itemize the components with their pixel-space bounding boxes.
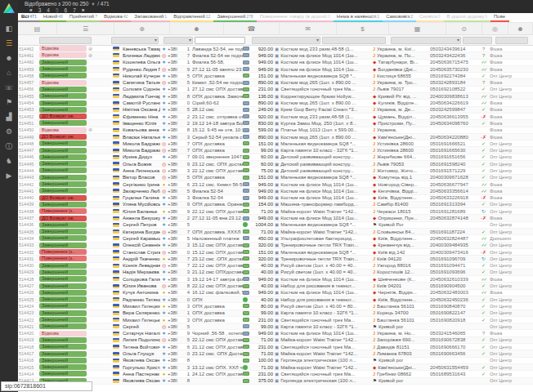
- call-status-icon[interactable]: ●: [163, 290, 166, 295]
- call-status-icon[interactable]: ∗: [162, 351, 166, 356]
- call-status-icon[interactable]: ●: [163, 304, 166, 309]
- call-status-icon[interactable]: ∗: [162, 310, 166, 315]
- tab-Повернення товару (в дорозі)[interactable]: Повернення товару (в дорозі)0: [257, 13, 334, 22]
- page-size-dropdown[interactable]: ▾: [92, 1, 94, 7]
- send-icon[interactable]: ⚑: [2, 96, 16, 108]
- column-contact-card-icon[interactable]: ▤: [18, 23, 57, 34]
- company-icon[interactable]: ⌂: [2, 67, 16, 78]
- column-basket-icon[interactable]: ▦: [389, 23, 446, 34]
- call-status-icon[interactable]: ∗: [162, 87, 166, 91]
- tab-Самовивіз[interactable]: Самовивіз2: [383, 13, 416, 22]
- info-icon[interactable]: ⓘ: [2, 140, 16, 152]
- column-manager-icon[interactable]: ☻: [508, 23, 533, 34]
- call-status-icon[interactable]: ◎: [162, 141, 166, 146]
- call-status-icon[interactable]: ●: [163, 256, 166, 261]
- call-status-icon[interactable]: ∗: [162, 114, 166, 119]
- call-status-icon[interactable]: ◎: [162, 175, 166, 180]
- tab-Завершений[interactable]: Завершений278: [213, 13, 256, 22]
- call-status-icon[interactable]: ∗: [162, 94, 166, 99]
- tab-В дорозі додому[interactable]: В дорозі додому0: [444, 13, 490, 22]
- tab-Сервіси[interactable]: Сервіси0: [416, 13, 444, 22]
- call-status-icon[interactable]: ∗: [162, 121, 166, 126]
- call-status-icon[interactable]: ∗: [162, 378, 166, 383]
- tab-Запакований[interactable]: Запакований1: [131, 13, 170, 22]
- tab-Відправлений[interactable]: Відправлений12: [170, 13, 213, 22]
- filter-region[interactable]: [391, 37, 461, 44]
- call-status-icon[interactable]: ●: [163, 182, 166, 187]
- tab-Новий[interactable]: Новий48: [40, 13, 66, 22]
- orders-icon[interactable]: ☰: [2, 38, 16, 49]
- column-tracking-icon[interactable]: ◎: [482, 23, 508, 34]
- page-button-3[interactable]: 3: [38, 7, 42, 13]
- call-status-icon[interactable]: ◎: [162, 229, 166, 234]
- games-icon[interactable]: ♞: [2, 155, 16, 167]
- call-status-icon[interactable]: ∗: [162, 297, 166, 302]
- call-status-icon[interactable]: ∗: [162, 74, 166, 78]
- call-status-icon[interactable]: ∗: [162, 243, 166, 247]
- call-status-icon[interactable]: ∗: [162, 236, 166, 241]
- stats-icon[interactable]: ▟: [2, 111, 16, 122]
- video-icon[interactable]: ▶: [2, 170, 16, 181]
- call-status-icon[interactable]: ◎: [162, 67, 166, 72]
- filter-tracking[interactable]: [463, 37, 492, 44]
- clients-icon[interactable]: ☻: [2, 52, 16, 64]
- tab-Прийнятий[interactable]: Прийнятий7: [66, 13, 101, 22]
- call-status-icon[interactable]: ∗: [162, 345, 166, 350]
- filter-status[interactable]: [39, 37, 92, 44]
- call-status-icon[interactable]: ◎: [162, 263, 166, 268]
- call-status-icon[interactable]: ◎: [162, 148, 166, 153]
- call-status-icon[interactable]: ◎: [162, 337, 166, 342]
- settings-icon[interactable]: ⚙: [2, 126, 16, 137]
- table-row[interactable]: 514413 Завершений Яковлева Оксана ∗ +38І…: [18, 378, 533, 385]
- call-status-icon[interactable]: ◎: [162, 53, 166, 58]
- call-status-icon[interactable]: ◎: [162, 283, 166, 288]
- first-page-button[interactable]: «: [29, 7, 33, 13]
- page-button-7[interactable]: 7: [73, 7, 76, 13]
- call-status-icon[interactable]: ∗: [162, 154, 166, 159]
- call-status-icon[interactable]: ◎: [162, 80, 166, 85]
- tab-Відмова[interactable]: Відмова42: [101, 13, 131, 22]
- column-people-icon[interactable]: ☻: [170, 23, 224, 34]
- call-status-icon[interactable]: ∗: [162, 100, 166, 105]
- call-status-icon[interactable]: ∗: [162, 127, 166, 132]
- call-status-icon[interactable]: ∗: [162, 216, 166, 220]
- call-status-icon[interactable]: ∗: [162, 365, 166, 370]
- column-phone-icon[interactable]: ☎: [224, 23, 280, 34]
- call-status-icon[interactable]: ◎: [162, 162, 166, 167]
- call-status-icon[interactable]: ∗: [162, 270, 166, 274]
- tab-Всі[interactable]: Всі471: [18, 13, 40, 22]
- filter-country[interactable]: [111, 37, 159, 44]
- column-location-icon[interactable]: ⊙: [446, 23, 482, 34]
- call-status-icon[interactable]: ∗: [162, 331, 166, 336]
- promo-icon[interactable]: ☏: [2, 82, 16, 93]
- call-status-icon[interactable]: ◎: [162, 250, 166, 255]
- last-page-button[interactable]: »: [82, 7, 85, 13]
- call-status-icon[interactable]: ∗: [162, 47, 166, 51]
- call-status-icon[interactable]: ●: [163, 372, 166, 376]
- filter-product[interactable]: [322, 37, 386, 44]
- tab-Пове[interactable]: Пове: [490, 13, 509, 22]
- column-money-icon[interactable]: $: [337, 23, 389, 34]
- call-status-icon[interactable]: ∗: [162, 277, 166, 282]
- column-list-icon[interactable]: ☰: [57, 23, 114, 34]
- call-status-icon[interactable]: ∗: [162, 135, 166, 140]
- call-status-icon[interactable]: ∗: [162, 195, 166, 200]
- call-status-icon[interactable]: ∗: [162, 222, 166, 227]
- filter-comment[interactable]: [252, 37, 320, 44]
- column-chat-icon[interactable]: ✉: [280, 23, 337, 34]
- call-status-icon[interactable]: ∗: [162, 358, 166, 363]
- filter-call[interactable]: [163, 37, 193, 44]
- call-status-icon[interactable]: ●: [163, 318, 166, 323]
- call-status-icon[interactable]: ∗: [162, 202, 166, 207]
- page-button-4[interactable]: 4: [47, 7, 50, 13]
- call-status-icon[interactable]: ●: [163, 209, 166, 214]
- call-status-icon[interactable]: ◎: [162, 189, 166, 194]
- call-status-icon[interactable]: ∗: [162, 107, 166, 112]
- page-button-5[interactable]: 5: [56, 7, 59, 13]
- call-status-icon[interactable]: ◎: [162, 168, 166, 173]
- app-logo-icon[interactable]: [3, 3, 15, 13]
- dashboard-icon[interactable]: ◧: [2, 23, 16, 34]
- filter-input[interactable]: [195, 37, 245, 44]
- tab-Нема в наявності[interactable]: Нема в наявності1: [334, 13, 383, 22]
- call-status-icon[interactable]: ∗: [162, 60, 166, 65]
